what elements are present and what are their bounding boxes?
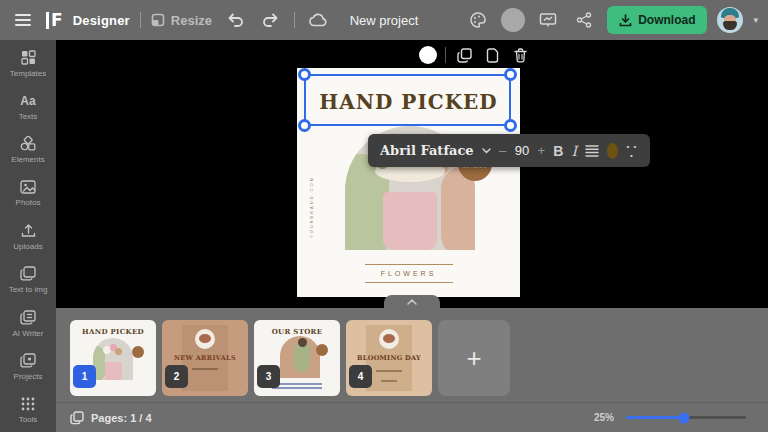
share-icon[interactable] <box>571 7 597 33</box>
pages-status-text: Pages: 1 / 4 <box>91 412 152 424</box>
page-thumbnails: HAND PICKED 1 NEW ARRIVALS 2 OUR STORE <box>70 320 510 396</box>
sidebar-item-projects[interactable]: Projects <box>0 353 56 381</box>
page-number-badge: 1 <box>73 365 96 388</box>
font-size-value[interactable]: 90 <box>515 143 529 158</box>
palette-icon[interactable] <box>465 7 491 33</box>
bold-button[interactable]: B <box>553 143 563 159</box>
project-title[interactable]: New project <box>350 0 419 40</box>
selection-handle-top-left[interactable] <box>298 68 311 81</box>
thumb2-rule <box>192 368 218 370</box>
text-color-swatch[interactable] <box>607 143 618 159</box>
selection-handle-top-right[interactable] <box>504 68 517 81</box>
photo-pink-pot <box>383 192 437 250</box>
thumb3-badge-dot <box>316 344 328 356</box>
more-options-icon[interactable]: • • • <box>626 142 638 160</box>
thumb2-flower-circle <box>195 329 215 349</box>
sidebar-item-uploads[interactable]: Uploads <box>0 223 56 251</box>
download-icon <box>619 14 632 27</box>
add-page-button[interactable]: + <box>438 320 510 396</box>
zoom-control-group: 25% <box>594 412 746 423</box>
designer-app: F Designer Resize New project <box>0 0 768 432</box>
footer-text: FLOWERS <box>381 270 437 277</box>
font-size-decrease-button[interactable]: – <box>499 143 507 158</box>
collaborator-circle[interactable] <box>501 8 525 32</box>
sidebar-item-templates[interactable]: Templates <box>0 50 56 78</box>
sidebar-item-tools[interactable]: Tools <box>0 397 56 424</box>
thumb4-rule <box>381 380 397 382</box>
topbar-left-group: F Designer Resize <box>10 7 331 33</box>
italic-button[interactable]: I <box>571 143 577 159</box>
panel-collapse-button[interactable] <box>384 295 440 309</box>
undo-button[interactable] <box>222 7 248 33</box>
left-sidebar: Templates Aa Texts Elements Photos Uploa… <box>0 40 56 432</box>
text-format-toolbar: Abril Fatface – 90 + B I • • • <box>368 134 650 167</box>
font-family-selector[interactable]: Abril Fatface <box>380 143 474 158</box>
download-label: Download <box>638 13 695 27</box>
page-number-badge: 2 <box>165 365 188 388</box>
page-thumbnail-2[interactable]: NEW ARRIVALS 2 <box>162 320 248 396</box>
app-name: Designer <box>73 13 130 28</box>
zoom-percent-label: 25% <box>594 412 614 423</box>
resize-icon <box>151 13 165 27</box>
pages-count-group: Pages: 1 / 4 <box>70 411 152 425</box>
brand-vertical-text[interactable]: YOURBRAND.COM <box>309 128 319 238</box>
fill-color-swatch[interactable] <box>419 46 437 64</box>
download-button[interactable]: Download <box>607 6 707 34</box>
design-page-canvas[interactable]: HAND PICKED YOURBRAND.COM <box>297 68 520 297</box>
page-thumbnail-1[interactable]: HAND PICKED 1 <box>70 320 156 396</box>
divider <box>140 12 141 28</box>
redo-button[interactable] <box>258 7 284 33</box>
cloud-save-icon[interactable] <box>305 7 331 33</box>
texts-aa-icon: Aa <box>20 94 35 108</box>
canvas-workspace[interactable]: HAND PICKED YOURBRAND.COM <box>56 40 768 308</box>
pages-panel: HAND PICKED 1 NEW ARRIVALS 2 OUR STORE <box>56 308 768 432</box>
font-chevron-down-icon[interactable] <box>482 148 491 154</box>
page-thumbnail-3[interactable]: OUR STORE 3 <box>254 320 340 396</box>
sidebar-item-ai-writer[interactable]: AI Writer <box>0 310 56 338</box>
pages-icon <box>70 411 84 425</box>
page-number-badge: 3 <box>257 365 280 388</box>
duplicate-icon[interactable] <box>454 45 474 65</box>
divider <box>445 47 446 63</box>
footer-rule <box>365 282 453 283</box>
present-board-icon[interactable] <box>535 7 561 33</box>
new-page-icon[interactable] <box>482 45 502 65</box>
sidebar-item-photos[interactable]: Photos <box>0 180 56 207</box>
sidebar-item-texts[interactable]: Aa Texts <box>0 94 56 121</box>
thumb4-flower-circle <box>379 329 399 349</box>
collapse-chevron-icon <box>407 299 417 305</box>
trash-icon[interactable] <box>510 45 530 65</box>
resize-label: Resize <box>171 13 212 28</box>
font-size-increase-button[interactable]: + <box>537 143 545 158</box>
footer-rule <box>365 264 453 265</box>
zoom-slider-handle[interactable] <box>678 412 689 423</box>
selection-handle-bottom-left[interactable] <box>298 119 311 132</box>
avatar-beard <box>723 21 737 30</box>
topbar-right-group: Download ▾ <box>465 6 758 34</box>
divider <box>294 12 295 28</box>
thumb1-badge-dot <box>132 346 144 358</box>
top-toolbar: F Designer Resize New project <box>0 0 768 40</box>
flowers-footer[interactable]: FLOWERS <box>297 264 520 283</box>
freepik-logo-icon: F <box>46 12 63 29</box>
zoom-slider-fill <box>626 416 684 419</box>
thumb3-photo <box>280 336 320 378</box>
resize-button[interactable]: Resize <box>151 13 212 28</box>
page-number-badge: 4 <box>349 365 372 388</box>
zoom-slider[interactable] <box>626 416 746 419</box>
sidebar-item-text-to-img[interactable]: Text to img <box>0 266 56 294</box>
user-avatar[interactable] <box>717 7 743 33</box>
selection-frame[interactable] <box>304 74 511 126</box>
text-align-icon[interactable] <box>585 145 599 157</box>
page-thumbnail-4[interactable]: BLOOMING DAY 4 <box>346 320 432 396</box>
object-toolbar <box>419 45 530 65</box>
selection-handle-bottom-right[interactable] <box>504 119 517 132</box>
hamburger-menu-button[interactable] <box>10 7 36 33</box>
pages-status-bar: Pages: 1 / 4 25% <box>56 402 768 432</box>
chevron-down-icon[interactable]: ▾ <box>753 15 758 25</box>
thumb1-photo <box>93 338 133 380</box>
sidebar-item-elements[interactable]: Elements <box>0 136 56 164</box>
thumb4-rule <box>376 370 402 372</box>
